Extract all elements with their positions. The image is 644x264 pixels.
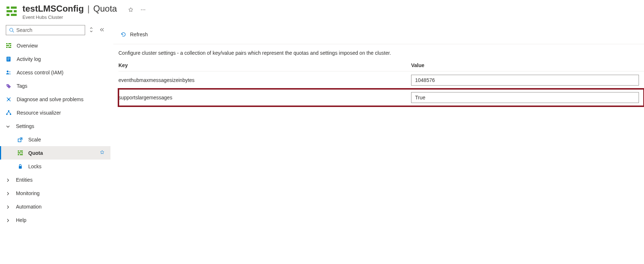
svg-point-2: [145, 9, 145, 10]
svg-point-3: [10, 28, 13, 32]
sidebar-item-activity-log[interactable]: Activity log: [0, 52, 110, 66]
quota-value-input[interactable]: [411, 75, 639, 86]
page-section-title: Quota: [93, 4, 117, 14]
refresh-label: Refresh: [130, 32, 148, 37]
svg-point-15: [10, 114, 11, 115]
sidebar-group-help[interactable]: Help: [0, 213, 110, 227]
sidebar-group-label: Monitoring: [16, 190, 39, 196]
page-description: Configure cluster settings - a collectio…: [113, 50, 644, 62]
sidebar-item-label: Resource visualizer: [17, 110, 61, 116]
table-header: Key Value: [118, 62, 644, 71]
sidebar-item-overview[interactable]: Overview: [0, 39, 110, 52]
svg-point-9: [7, 70, 9, 72]
sidebar-group-automation[interactable]: Automation: [0, 200, 110, 213]
svg-point-1: [143, 9, 143, 10]
sidebar-nav: Overview Activity log Access control (IA…: [0, 39, 110, 227]
svg-rect-7: [7, 59, 10, 59]
sidebar-group-settings[interactable]: Settings: [0, 119, 110, 133]
sidebar-item-label: Overview: [17, 43, 38, 49]
resource-type-subtitle: Event Hubs Cluster: [22, 15, 146, 20]
sidebar-item-label: Quota: [28, 150, 43, 156]
quota-value-input[interactable]: [411, 92, 639, 103]
quota-key: supportslargemessages: [118, 95, 411, 100]
collapse-sidebar-icon[interactable]: [97, 27, 105, 33]
svg-line-4: [13, 31, 14, 33]
main-content: Refresh Configure cluster settings - a c…: [110, 23, 644, 264]
sidebar-item-tags[interactable]: Tags: [0, 79, 110, 92]
search-input[interactable]: [16, 27, 82, 33]
activity-log-icon: [6, 56, 12, 62]
toolbar: Refresh: [113, 28, 644, 44]
sidebar-item-label: Diagnose and solve problems: [17, 96, 83, 102]
more-actions-icon[interactable]: [140, 7, 146, 14]
sidebar-group-label: Automation: [16, 204, 42, 210]
chevron-right-icon: [6, 218, 10, 222]
overview-icon: [6, 43, 12, 49]
access-control-icon: [6, 70, 12, 75]
refresh-button[interactable]: Refresh: [118, 30, 150, 39]
svg-point-14: [6, 114, 8, 115]
scale-icon: [17, 137, 23, 143]
table-row: eventhubmaxmessagesizeinbytes: [118, 71, 644, 89]
svg-point-12: [8, 99, 9, 100]
sidebar-item-access-control[interactable]: Access control (IAM): [0, 66, 110, 79]
chevron-right-icon: [6, 205, 10, 209]
sidebar-item-quota[interactable]: Quota: [0, 146, 110, 160]
tags-icon: [6, 83, 12, 89]
search-icon: [9, 28, 14, 33]
favorite-icon[interactable]: [128, 7, 134, 14]
quota-icon: [17, 150, 23, 156]
sidebar-item-label: Tags: [17, 83, 28, 89]
sidebar-item-diagnose[interactable]: Diagnose and solve problems: [0, 92, 110, 106]
locks-icon: [17, 164, 23, 169]
column-header-value: Value: [411, 62, 644, 68]
sidebar-item-scale[interactable]: Scale: [0, 133, 110, 146]
sidebar-item-label: Scale: [28, 137, 41, 143]
sidebar-group-monitoring[interactable]: Monitoring: [0, 186, 110, 200]
sidebar-search[interactable]: [6, 25, 85, 35]
svg-point-11: [7, 85, 8, 86]
sidebar-group-label: Help: [16, 217, 26, 223]
sidebar-group-label: Settings: [16, 123, 34, 129]
svg-rect-6: [7, 58, 10, 58]
diagnose-icon: [6, 96, 12, 102]
quota-key: eventhubmaxmessagesizeinbytes: [118, 77, 411, 83]
sidebar-item-label: Activity log: [17, 56, 41, 62]
quota-table: Key Value eventhubmaxmessagesizeinbytes …: [113, 62, 644, 106]
title-separator: |: [86, 4, 91, 14]
resource-name: testLMSConfig: [22, 4, 84, 14]
favorite-star-icon[interactable]: [100, 150, 105, 156]
expand-toggle-icon[interactable]: [88, 27, 95, 34]
event-hubs-cluster-icon: [7, 6, 17, 17]
sidebar: Overview Activity log Access control (IA…: [0, 23, 110, 264]
sidebar-item-label: Locks: [28, 164, 42, 169]
sidebar-item-locks[interactable]: Locks: [0, 160, 110, 173]
svg-point-13: [8, 110, 9, 112]
chevron-down-icon: [6, 124, 10, 128]
sidebar-group-label: Entities: [16, 177, 33, 183]
sidebar-item-label: Access control (IAM): [17, 70, 63, 75]
svg-rect-17: [19, 166, 22, 169]
sidebar-group-entities[interactable]: Entities: [0, 173, 110, 186]
chevron-right-icon: [6, 178, 10, 182]
page-header: testLMSConfig | Quota Event Hubs Cluster: [0, 0, 644, 23]
resource-visualizer-icon: [6, 110, 12, 116]
table-row: supportslargemessages: [118, 89, 644, 106]
svg-rect-8: [7, 60, 9, 60]
sidebar-item-resource-visualizer[interactable]: Resource visualizer: [0, 106, 110, 119]
svg-point-10: [9, 71, 11, 73]
svg-point-0: [141, 9, 142, 10]
column-header-key: Key: [118, 62, 411, 68]
chevron-right-icon: [6, 191, 10, 195]
